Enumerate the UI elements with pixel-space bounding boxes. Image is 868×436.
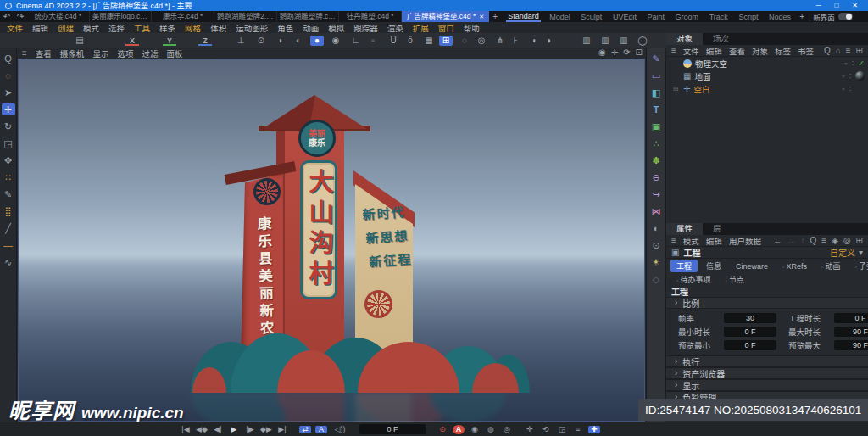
- viewport[interactable]: ≡ 查看 摄像机 显示 选项 过滤 面板 ◉ ✛ ⟳ ⊡: [17, 48, 646, 422]
- render-view[interactable]: 美丽 康乐 大山沟村 康乐县美丽新农村 新时代 新思想 新征程: [18, 59, 645, 422]
- home-icon[interactable]: ⌂: [836, 47, 841, 55]
- coordinate-system-icon[interactable]: ⊥: [234, 36, 248, 46]
- live-selection-icon[interactable]: ◌: [2, 70, 15, 81]
- object-row-sky[interactable]: 物理天空 ▫ ∶ ✓: [666, 57, 868, 70]
- popout-icon[interactable]: ⊞: [856, 237, 863, 245]
- rotation-toggle-icon[interactable]: ⟲: [540, 426, 552, 433]
- om-menu-bookmarks[interactable]: 书签: [798, 45, 814, 57]
- group-scale[interactable]: › 比例: [666, 297, 868, 309]
- group-display[interactable]: ›显示: [666, 379, 868, 391]
- axis-z-lock[interactable]: Z: [198, 36, 212, 46]
- layer-box[interactable]: ▫: [844, 59, 847, 68]
- rotate-tool-icon[interactable]: ↻: [2, 120, 15, 132]
- layout-tab-sculpt[interactable]: Sculpt: [579, 13, 604, 21]
- autokey-mini-icon[interactable]: A: [315, 426, 327, 433]
- forward-icon[interactable]: →: [787, 237, 796, 245]
- project-length-field[interactable]: 0 F: [834, 313, 868, 323]
- menu-tools[interactable]: 工具: [134, 22, 150, 34]
- goto-start-button[interactable]: |◀: [180, 426, 192, 433]
- zoom-tool-icon[interactable]: Q: [2, 53, 15, 64]
- model-mode-icon[interactable]: ◑: [273, 36, 287, 46]
- visibility-dots[interactable]: ∶: [852, 59, 854, 68]
- hamburger-icon[interactable]: ≡: [22, 49, 27, 58]
- keyframe-selection-icon[interactable]: ◉: [469, 426, 481, 433]
- menu-mograph[interactable]: 运动图形: [236, 22, 268, 34]
- knife-icon[interactable]: ╱: [2, 222, 15, 234]
- object-mode-icon[interactable]: ⊙: [254, 36, 268, 46]
- scale-tool-icon[interactable]: ◲: [2, 137, 15, 149]
- nav-rotate-icon[interactable]: ⟳: [623, 48, 630, 57]
- tab-takes[interactable]: 场次: [703, 33, 739, 45]
- next-key-button[interactable]: ◆▶: [260, 426, 272, 433]
- spline-pen-icon[interactable]: ✎: [648, 53, 664, 64]
- fps-field[interactable]: 30: [724, 313, 776, 323]
- menu-help[interactable]: 帮助: [464, 22, 480, 34]
- grid-icon[interactable]: ▦: [422, 36, 436, 46]
- nav-dolly-icon[interactable]: ◉: [598, 48, 606, 57]
- current-frame-field[interactable]: 0 F: [359, 424, 426, 434]
- layout-tab-standard[interactable]: Standard: [506, 12, 541, 22]
- om-menu-file[interactable]: 文件: [683, 45, 699, 57]
- move-tool-icon[interactable]: ✛: [2, 103, 15, 115]
- text-object-icon[interactable]: T: [648, 103, 664, 115]
- menu-spline[interactable]: 样条: [159, 22, 175, 34]
- texture-tag-icon[interactable]: [855, 71, 865, 81]
- tab-layers[interactable]: 层: [703, 223, 732, 235]
- om-menu-tags[interactable]: 标签: [775, 45, 791, 57]
- search-icon[interactable]: Q: [810, 237, 817, 245]
- field-icon[interactable]: ↪: [648, 188, 664, 200]
- attr-tab-nodes[interactable]: ▫节点: [720, 273, 751, 286]
- axis-y-lock[interactable]: Y: [163, 36, 176, 46]
- menu-character[interactable]: 角色: [277, 22, 293, 34]
- viewport-menu-camera[interactable]: 摄像机: [60, 48, 85, 59]
- uv-mode-icon[interactable]: ◉: [329, 36, 342, 46]
- environment-icon[interactable]: ◐: [648, 222, 664, 234]
- archive-icon[interactable]: ▤: [73, 36, 86, 46]
- search-icon[interactable]: Q: [824, 47, 831, 55]
- snap-icon[interactable]: ⊞: [439, 36, 453, 46]
- record-button[interactable]: ⊙: [437, 426, 448, 433]
- attr-tab-xrefs[interactable]: ▫XRefs: [776, 261, 813, 271]
- autokey-button[interactable]: A: [453, 425, 465, 434]
- goto-end-button[interactable]: ▶|: [276, 426, 288, 433]
- cursor-snap-icon[interactable]: ✥: [2, 154, 15, 166]
- layout-tab-paint[interactable]: Paint: [646, 13, 667, 21]
- light-icon[interactable]: ☀: [648, 256, 664, 268]
- menu-volume[interactable]: 体积: [210, 22, 226, 34]
- render-queue-button[interactable]: ◯: [636, 36, 649, 46]
- shading-mode-icon[interactable]: ●: [310, 36, 324, 46]
- layout-tab-groom[interactable]: Groom: [674, 13, 701, 21]
- layer-box[interactable]: ▫: [842, 71, 844, 81]
- menu-edit[interactable]: 编辑: [32, 22, 48, 34]
- menu-simulate[interactable]: 模拟: [328, 22, 344, 34]
- max-time-field[interactable]: 90 F: [834, 327, 868, 337]
- guide-icon[interactable]: ⊦: [509, 36, 522, 46]
- workplane-icon[interactable]: ∟: [349, 36, 363, 46]
- undo-icon[interactable]: ↶: [0, 13, 14, 21]
- redo-icon[interactable]: ↷: [14, 13, 27, 21]
- prev-frame-button[interactable]: ◀|: [212, 426, 224, 433]
- maximize-view-icon[interactable]: ⊡: [636, 48, 643, 57]
- view-redo-icon[interactable]: ö: [403, 36, 417, 46]
- am-menu-edit[interactable]: 编辑: [706, 235, 722, 247]
- keyframe-b-icon[interactable]: ◎: [501, 426, 513, 433]
- document-tab[interactable]: 牡丹雕塑.c4d *: [339, 11, 402, 22]
- document-tab[interactable]: 康乐字.c4d *: [152, 11, 214, 22]
- menu-file[interactable]: 文件: [7, 22, 23, 34]
- document-tab[interactable]: 鹦鹉湖雕塑牌.c4d: [277, 11, 340, 22]
- dots-icon[interactable]: ⣿: [2, 205, 15, 217]
- document-tab[interactable]: 统办大楼.c4d *: [27, 11, 90, 22]
- focus-icon[interactable]: ◎: [843, 237, 851, 245]
- filter-icon[interactable]: ≡: [846, 47, 851, 55]
- om-menu-object[interactable]: 对象: [752, 45, 768, 57]
- menu-extensions[interactable]: 扩展: [413, 22, 429, 34]
- add-document-button[interactable]: +: [489, 13, 501, 21]
- om-menu-edit[interactable]: 编辑: [706, 45, 722, 57]
- layout-tab-nodes[interactable]: Nodes: [767, 13, 793, 21]
- document-tab-active[interactable]: 广告牌精神堡垒.c4d * ✕: [402, 11, 489, 22]
- material-icon[interactable]: ◇: [648, 273, 664, 285]
- hamburger-icon[interactable]: ≡: [671, 237, 676, 245]
- menu-window[interactable]: 窗口: [438, 22, 454, 34]
- filter-icon[interactable]: ≡: [821, 237, 826, 245]
- viewport-menu-options[interactable]: 选项: [117, 48, 133, 59]
